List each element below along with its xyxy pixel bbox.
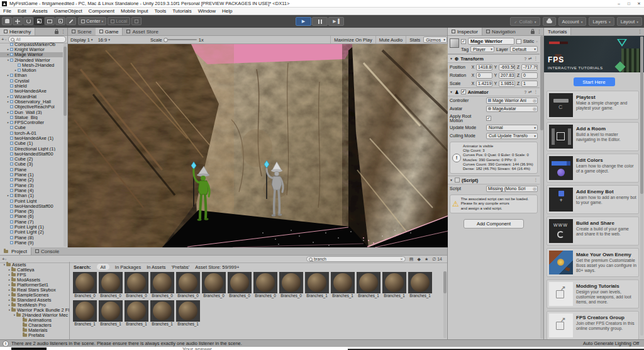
update-mode-dropdown[interactable]: Normal xyxy=(486,125,538,131)
asset-tile[interactable]: Branches_0 xyxy=(99,272,123,298)
tutorial-card[interactable]: Add Enemy Bot Learn how to add an enemy … xyxy=(547,185,639,214)
slider-knob[interactable] xyxy=(164,38,168,42)
chevron-down-icon[interactable] xyxy=(5,256,7,262)
menu-item[interactable]: Edit xyxy=(14,8,30,14)
asset-store-count[interactable]: Asset Store: 59/999+ xyxy=(195,264,239,270)
account-button[interactable]: Account xyxy=(558,17,587,26)
hierarchy-item[interactable]: ▸ Motion xyxy=(0,67,63,72)
active-checkbox[interactable] xyxy=(461,39,466,44)
asset-tile[interactable]: Branches_0 xyxy=(125,272,148,298)
tutorial-card[interactable]: Build and Share Create a build of your g… xyxy=(547,217,639,246)
foldout-arrow-icon[interactable]: ▼ xyxy=(450,90,453,94)
position-y-field[interactable]: -693.56 xyxy=(499,64,515,71)
hierarchy-item[interactable]: ▸ FPSController xyxy=(0,120,63,125)
script-header[interactable]: ▼ (Script) ⋮ xyxy=(448,176,540,184)
tutorial-card[interactable]: Add a Room Build a level to master navig… xyxy=(547,122,639,151)
script-object-field[interactable]: Missing (Mono Scri xyxy=(486,186,538,192)
kebab-menu-icon[interactable]: ⋮ xyxy=(537,29,541,34)
folder-item[interactable]: ▸ TextMesh Pro xyxy=(0,302,69,307)
hierarchy-item[interactable]: twoHandedStaff00 xyxy=(0,203,63,208)
tab-scene[interactable]: Scene xyxy=(68,28,96,35)
hierarchy-item[interactable]: CompassMarkerOb xyxy=(0,42,63,47)
hierarchy-item[interactable]: Directional Light (1) xyxy=(0,146,63,151)
position-x-field[interactable]: 1418.80 xyxy=(476,64,492,71)
folder-item[interactable]: ▸ FPS xyxy=(0,272,69,277)
asset-tile[interactable]: Branches_1 xyxy=(73,300,97,327)
folder-item[interactable]: ▸ SampleScenes xyxy=(0,292,69,297)
folder-item[interactable]: Prefabs xyxy=(0,332,69,337)
kebab-menu-icon[interactable]: ⋮ xyxy=(638,29,642,34)
animator-enabled-checkbox[interactable] xyxy=(461,89,466,94)
folder-item[interactable]: ▸ Cattleya xyxy=(0,267,69,272)
lock-icon[interactable] xyxy=(531,31,535,34)
culling-mode-dropdown[interactable]: Cull Update Transfo xyxy=(486,133,538,139)
tab-console[interactable]: Console xyxy=(31,247,63,255)
tutorial-card[interactable]: Make Your Own Enemy Get the premium Cust… xyxy=(547,248,639,277)
tutorial-card[interactable]: Playtest Make a simple change and playte… xyxy=(547,91,639,120)
asset-tile[interactable]: Branches_0 xyxy=(176,272,200,298)
aspect-dropdown[interactable]: 16:9 xyxy=(96,37,113,43)
asset-tile[interactable]: Branches_0 xyxy=(228,272,252,298)
maximize-on-play-toggle[interactable]: Maximize On Play xyxy=(330,36,375,43)
tutorial-card[interactable]: Edit Colors Learn how to change the colo… xyxy=(547,154,639,183)
filter-in-packages[interactable]: In Packages xyxy=(115,264,141,270)
script-enabled-checkbox[interactable] xyxy=(455,178,460,183)
hierarchy-item[interactable]: Cube (1) xyxy=(0,141,63,146)
rect-tool-button[interactable] xyxy=(45,17,55,25)
scale-slider[interactable] xyxy=(164,39,197,40)
folder-item[interactable]: ▸ Standard Assets xyxy=(0,297,69,302)
menu-item[interactable]: Assets xyxy=(30,8,51,14)
hierarchy-item[interactable]: Plane (6) xyxy=(0,214,63,219)
foldout-arrow-icon[interactable]: ▼ xyxy=(450,57,453,60)
status-message[interactable]: There are 2 audio listeners in the scene… xyxy=(11,341,242,346)
clear-search-icon[interactable]: ✕ xyxy=(400,257,403,261)
step-button[interactable]: ▶▐ xyxy=(328,17,344,26)
hierarchy-item[interactable]: ObjectiveReachPoi xyxy=(0,104,63,110)
tutorial-card[interactable]: Modding Tutorials Design your own levels… xyxy=(547,279,639,308)
help-icon[interactable]: ? xyxy=(524,90,526,94)
rotation-local-button[interactable]: Local xyxy=(108,17,130,25)
hierarchy-item[interactable]: Plane (9) xyxy=(0,240,63,245)
help-icon[interactable]: ? xyxy=(524,57,526,61)
asset-tile[interactable]: Branches_1 xyxy=(305,272,329,298)
rotation-x-field[interactable]: 0 xyxy=(476,72,492,79)
hierarchy-item[interactable]: Cube (2) xyxy=(0,157,63,162)
position-z-field[interactable]: -717.79 xyxy=(521,64,538,71)
move-tool-button[interactable] xyxy=(13,17,23,25)
controller-object-field[interactable]: Mage Warrior Ani xyxy=(486,98,538,104)
filter-scope[interactable]: 'Prefabs' xyxy=(172,264,190,270)
asset-tile[interactable]: Branches_1 xyxy=(99,300,123,327)
asset-tile[interactable]: Branches_0 xyxy=(202,272,226,298)
auto-generate-lighting-status[interactable]: Auto Generate Lighting Off xyxy=(583,341,641,346)
filter-in-assets[interactable]: In Assets xyxy=(147,264,165,270)
asset-tile[interactable]: Branches_1 xyxy=(125,300,148,327)
hierarchy-item[interactable]: Plane xyxy=(0,167,63,172)
tab-inspector[interactable]: Inspector xyxy=(448,28,482,35)
cloud-button[interactable] xyxy=(543,17,556,26)
rotate-tool-button[interactable] xyxy=(23,17,33,25)
search-by-type-icon[interactable]: ▤ xyxy=(409,257,414,262)
asset-tile[interactable]: Branches_0 xyxy=(253,272,277,298)
tab-project[interactable]: Project xyxy=(0,247,31,255)
kebab-menu-icon[interactable]: ⋮ xyxy=(534,56,538,61)
inspector-scrollbar[interactable] xyxy=(540,36,543,339)
game-viewport[interactable] xyxy=(68,44,448,247)
grid-snap-button[interactable] xyxy=(131,17,142,25)
folder-item[interactable]: ▾ Warrior Pack Bundle 2 Fl xyxy=(0,307,69,312)
hierarchy-item[interactable]: Point Light (2) xyxy=(0,230,63,235)
layout-button[interactable]: Layout xyxy=(617,17,642,26)
tutorials-scrollbar[interactable] xyxy=(640,37,643,336)
asset-tile[interactable]: Branches_1 xyxy=(382,272,406,298)
scale-tool-button[interactable] xyxy=(34,17,44,25)
menu-item[interactable]: Tutorials xyxy=(169,8,194,14)
kebab-menu-icon[interactable]: ⋮ xyxy=(61,29,65,34)
asset-tile[interactable]: Branches_1 xyxy=(176,300,200,327)
hierarchy-item[interactable]: Statue_Big xyxy=(0,115,63,120)
menu-item[interactable]: Component xyxy=(86,8,118,14)
menu-item[interactable]: Help xyxy=(219,8,235,14)
kebab-menu-icon[interactable]: ⋮ xyxy=(534,178,538,183)
menu-item[interactable]: Mobile Input xyxy=(118,8,152,14)
pivot-center-button[interactable]: Center xyxy=(78,17,106,25)
hierarchy-item[interactable]: Mesh-2Handed xyxy=(0,62,63,67)
folder-item[interactable]: ▸ ModAssets xyxy=(0,277,69,282)
